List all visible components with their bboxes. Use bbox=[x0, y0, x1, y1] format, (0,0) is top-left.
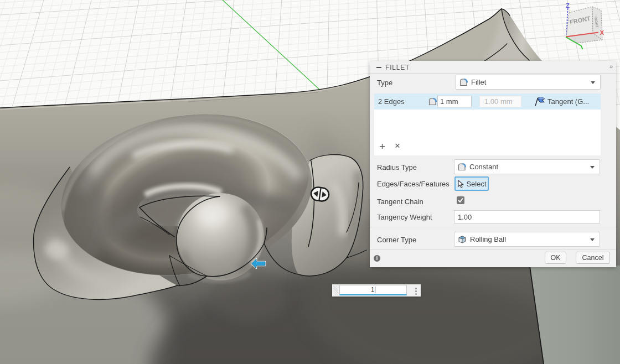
svg-text:Z: Z bbox=[566, 2, 570, 9]
svg-text:X: X bbox=[600, 29, 604, 36]
